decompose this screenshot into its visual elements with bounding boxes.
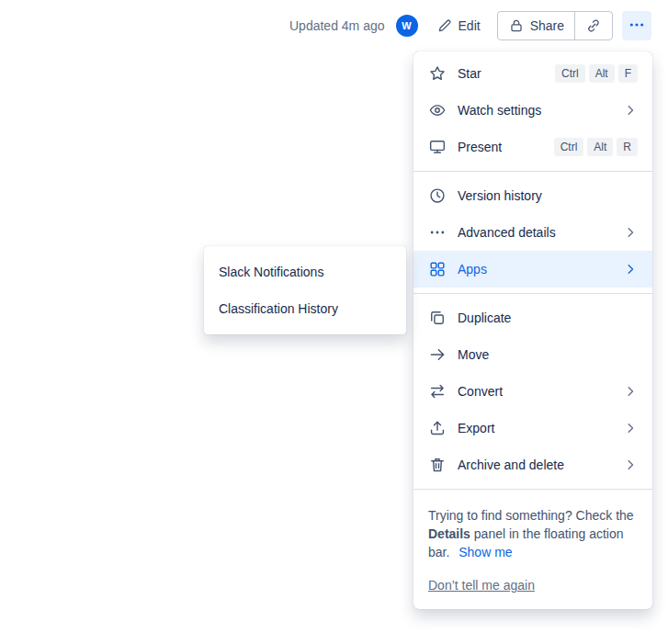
- chevron-right-icon: [623, 262, 638, 277]
- shortcut-badge: R: [617, 138, 638, 156]
- shortcut-badge: Alt: [589, 64, 615, 83]
- menu-item-version-history[interactable]: Version history: [413, 177, 652, 214]
- chevron-right-icon: [623, 421, 638, 435]
- menu-item-move[interactable]: Move: [413, 336, 652, 373]
- shortcut-badge: Alt: [587, 138, 613, 156]
- lock-icon: [508, 17, 525, 34]
- hint-text-bold: Details: [428, 526, 470, 541]
- trash-icon: [428, 456, 447, 474]
- submenu-item-slack-notifications[interactable]: Slack Notifications: [204, 254, 406, 290]
- more-horizontal-icon: [628, 16, 646, 37]
- shortcut-badge: Ctrl: [554, 138, 584, 156]
- menu-item-present[interactable]: Present Ctrl Alt R: [413, 129, 652, 165]
- share-button[interactable]: Share: [498, 12, 574, 40]
- more-options-menu: Star Ctrl Alt F Watch settings Present C…: [413, 51, 652, 609]
- star-icon: [428, 64, 447, 83]
- copy-icon: [428, 309, 447, 327]
- chevron-right-icon: [623, 103, 638, 118]
- avatar-initial: W: [402, 20, 411, 31]
- shortcut-badge: F: [618, 64, 638, 83]
- menu-divider: [413, 489, 652, 490]
- menu-item-label: Advanced details: [458, 225, 612, 240]
- pencil-icon: [436, 17, 453, 34]
- menu-item-label: Watch settings: [458, 103, 612, 118]
- hint-text: Trying to find something? Check the: [428, 508, 634, 523]
- chevron-right-icon: [623, 384, 638, 399]
- share-button-label: Share: [530, 18, 564, 33]
- shortcut-badge: Ctrl: [555, 64, 585, 83]
- dont-tell-me-again-link[interactable]: Don’t tell me again: [428, 576, 535, 594]
- apps-grid-icon: [428, 260, 447, 278]
- chevron-right-icon: [623, 225, 638, 240]
- submenu-item-label: Classification History: [219, 301, 338, 316]
- arrow-right-icon: [428, 345, 447, 364]
- menu-item-duplicate[interactable]: Duplicate: [413, 299, 652, 336]
- show-me-link[interactable]: Show me: [459, 545, 512, 559]
- menu-item-label: Star: [458, 66, 544, 81]
- toolbar: Updated 4m ago W Edit Share: [0, 0, 668, 51]
- menu-item-label: Apps: [458, 262, 612, 277]
- menu-item-label: Duplicate: [458, 311, 638, 325]
- share-button-group: Share: [497, 11, 613, 40]
- ellipsis-icon: [428, 223, 447, 242]
- menu-divider: [413, 171, 652, 172]
- menu-item-watch-settings[interactable]: Watch settings: [413, 92, 652, 129]
- edit-button[interactable]: Edit: [427, 11, 490, 40]
- menu-item-label: Convert: [458, 384, 612, 399]
- menu-item-convert[interactable]: Convert: [413, 373, 652, 410]
- menu-item-export[interactable]: Export: [413, 410, 652, 446]
- menu-item-label: Archive and delete: [458, 458, 612, 472]
- swap-arrows-icon: [428, 382, 447, 401]
- menu-item-label: Present: [458, 140, 543, 154]
- link-icon: [585, 17, 602, 34]
- clock-icon: [428, 186, 447, 205]
- more-options-button[interactable]: [622, 11, 651, 40]
- menu-footer-hint: Trying to find something? Check the Deta…: [413, 495, 652, 609]
- menu-item-label: Move: [458, 347, 638, 362]
- presentation-icon: [428, 138, 447, 156]
- menu-item-advanced-details[interactable]: Advanced details: [413, 214, 652, 251]
- chevron-right-icon: [623, 458, 638, 472]
- avatar[interactable]: W: [396, 15, 418, 37]
- edit-button-label: Edit: [459, 18, 481, 33]
- upload-icon: [428, 419, 447, 437]
- menu-divider: [413, 293, 652, 294]
- eye-icon: [428, 101, 447, 119]
- submenu-item-classification-history[interactable]: Classification History: [204, 290, 406, 327]
- menu-item-archive-and-delete[interactable]: Archive and delete: [413, 446, 652, 483]
- menu-item-label: Version history: [458, 188, 638, 203]
- menu-item-star[interactable]: Star Ctrl Alt F: [413, 55, 652, 92]
- copy-link-button[interactable]: [575, 12, 612, 40]
- menu-item-label: Export: [458, 421, 612, 435]
- updated-timestamp: Updated 4m ago: [289, 18, 385, 33]
- submenu-item-label: Slack Notifications: [219, 265, 323, 279]
- menu-item-apps[interactable]: Apps: [413, 251, 652, 288]
- apps-submenu: Slack Notifications Classification Histo…: [204, 246, 406, 334]
